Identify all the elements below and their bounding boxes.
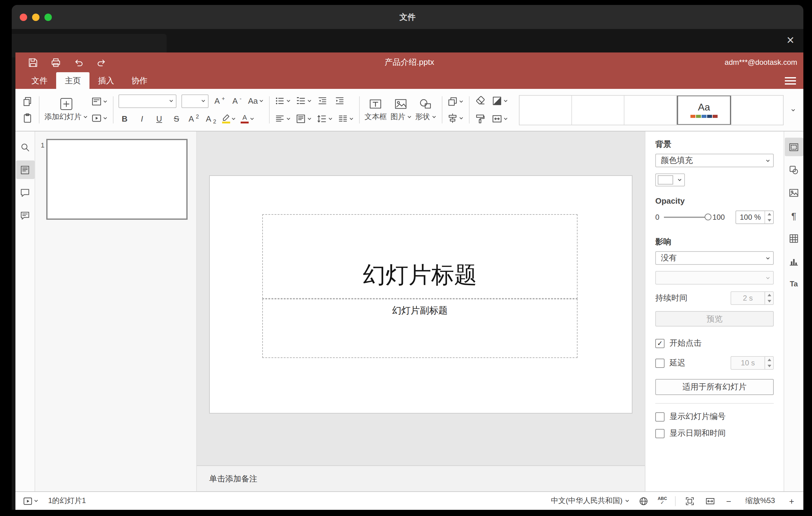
theme-tile[interactable] <box>625 95 677 124</box>
fill-color-button[interactable] <box>492 94 508 108</box>
font-size-select[interactable] <box>181 94 208 108</box>
slide-settings-button[interactable] <box>785 138 803 156</box>
underline-button[interactable]: U <box>153 112 165 125</box>
effect-type-select[interactable] <box>655 271 774 285</box>
window-zoom-button[interactable] <box>45 13 52 21</box>
paragraph-settings-button[interactable]: ¶ <box>785 206 803 225</box>
paste-button[interactable] <box>21 111 33 125</box>
font-color-button[interactable]: A <box>241 112 254 125</box>
bold-button[interactable]: B <box>118 112 131 125</box>
add-slide-button[interactable]: 添加幻灯片 <box>45 97 88 122</box>
align-objects-button[interactable] <box>447 111 463 125</box>
theme-tile[interactable] <box>520 95 572 124</box>
zoom-out-button[interactable]: − <box>724 496 733 506</box>
spinner-arrows[interactable] <box>764 211 773 224</box>
start-on-click-checkbox[interactable]: ✓ <box>655 339 665 348</box>
subscript-button[interactable]: A2 <box>205 112 217 125</box>
undo-button[interactable] <box>72 56 85 68</box>
spinner-arrows[interactable] <box>764 357 773 369</box>
bullets-button[interactable] <box>274 94 291 108</box>
apply-to-all-slides-button[interactable]: 适用于所有幻灯片 <box>655 379 774 395</box>
hamburger-menu-icon[interactable] <box>784 75 796 86</box>
slide[interactable]: 幻灯片标题 幻灯片副标题 <box>210 176 632 413</box>
opacity-spinner[interactable]: 100 % <box>735 210 774 224</box>
theme-tile[interactable] <box>731 95 783 124</box>
insert-image-button[interactable]: 图片 <box>390 97 411 122</box>
opacity-slider[interactable] <box>664 217 708 218</box>
superscript-button[interactable]: A2 <box>187 112 200 125</box>
theme-gallery-expand-button[interactable] <box>787 108 799 111</box>
theme-tile[interactable] <box>572 95 625 124</box>
copy-style-button[interactable] <box>474 112 487 125</box>
fit-slide-button[interactable] <box>684 494 696 508</box>
fit-width-button[interactable] <box>704 494 716 508</box>
opacity-slider-knob[interactable] <box>704 213 711 220</box>
spinner-arrows[interactable] <box>764 292 773 304</box>
background-fill-select[interactable]: 颜色填充 <box>655 154 774 167</box>
print-button[interactable] <box>49 56 62 68</box>
document-language-button[interactable] <box>637 494 650 508</box>
notes-area[interactable]: 单击添加备注 <box>197 465 645 491</box>
duration-spinner[interactable]: 2 s <box>730 291 774 305</box>
start-slideshow-button[interactable] <box>91 111 107 125</box>
slide-size-button[interactable] <box>492 112 508 125</box>
increase-indent-button[interactable] <box>334 94 346 108</box>
window-minimize-button[interactable] <box>32 13 39 21</box>
slide-subtitle-placeholder[interactable]: 幻灯片副标题 <box>262 299 578 358</box>
show-date-time-checkbox[interactable] <box>655 429 665 438</box>
slide-title-placeholder[interactable]: 幻灯片标题 <box>262 214 578 299</box>
tab-home[interactable]: 主页 <box>56 72 89 89</box>
change-case-button[interactable]: Aa <box>248 94 263 108</box>
columns-button[interactable] <box>338 112 353 125</box>
change-layout-button[interactable] <box>91 95 107 108</box>
line-spacing-button[interactable] <box>317 112 332 125</box>
theme-tile-selected[interactable]: Aa <box>677 95 731 125</box>
tab-insert[interactable]: 插入 <box>89 72 123 89</box>
decrease-font-button[interactable]: A- <box>231 94 243 108</box>
start-slideshow-statusbar-button[interactable] <box>23 494 38 508</box>
highlight-color-button[interactable] <box>222 112 236 125</box>
slides-panel-button[interactable] <box>16 161 34 179</box>
preview-button[interactable]: 预览 <box>655 311 774 326</box>
zoom-in-button[interactable]: + <box>787 496 796 506</box>
horizontal-align-button[interactable] <box>274 112 291 125</box>
redo-button[interactable] <box>95 56 107 68</box>
delay-spinner[interactable]: 10 s <box>730 356 774 370</box>
italic-button[interactable]: I <box>136 112 148 125</box>
clear-style-button[interactable] <box>474 94 487 108</box>
window-close-button[interactable] <box>20 13 27 21</box>
chart-settings-button[interactable] <box>785 252 803 270</box>
numbering-button[interactable] <box>295 94 312 108</box>
increase-font-button[interactable]: A+ <box>213 94 226 108</box>
spell-check-button[interactable]: ABC ✓ <box>658 496 667 506</box>
tab-collaboration[interactable]: 协作 <box>123 72 156 89</box>
image-settings-icon <box>788 187 799 198</box>
spin-down-icon[interactable] <box>767 219 771 222</box>
slide-canvas[interactable]: 幻灯片标题 幻灯片副标题 <box>197 132 645 465</box>
decrease-indent-button[interactable] <box>317 94 329 108</box>
insert-textbox-button[interactable]: 文本框 <box>365 97 387 122</box>
chat-button[interactable] <box>16 206 34 225</box>
textart-settings-button[interactable]: Ta <box>785 275 803 293</box>
vertical-align-button[interactable] <box>295 112 312 125</box>
arrange-shape-button[interactable] <box>447 95 463 108</box>
save-button[interactable] <box>27 56 39 68</box>
show-slide-number-checkbox[interactable] <box>655 412 665 421</box>
slide-thumbnail[interactable] <box>46 139 187 220</box>
language-selector[interactable]: 中文(中华人民共和国) <box>551 496 629 506</box>
spin-up-icon[interactable] <box>767 213 771 216</box>
background-color-select[interactable] <box>655 173 685 187</box>
table-settings-button[interactable] <box>785 229 803 248</box>
strikethrough-button[interactable]: S <box>170 112 183 125</box>
tab-file[interactable]: 文件 <box>23 72 56 89</box>
font-name-select[interactable] <box>118 94 176 108</box>
close-preview-icon[interactable]: × <box>783 33 798 48</box>
search-button[interactable] <box>16 138 34 156</box>
insert-shape-button[interactable]: 形状 <box>415 97 436 122</box>
delay-checkbox[interactable] <box>655 358 665 368</box>
copy-button[interactable] <box>21 95 33 108</box>
comments-button[interactable] <box>16 183 34 202</box>
image-settings-button[interactable] <box>785 183 803 202</box>
shape-settings-button[interactable] <box>785 161 803 179</box>
effect-select[interactable]: 没有 <box>655 251 774 265</box>
